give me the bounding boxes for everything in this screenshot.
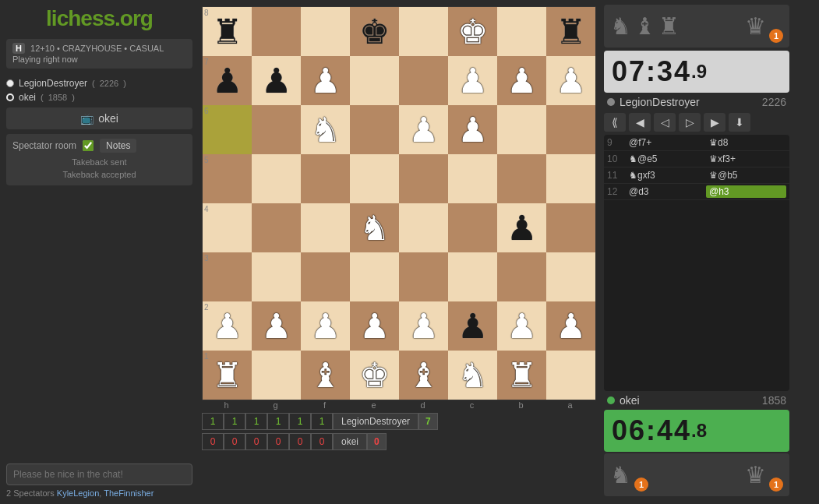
ctrl-first[interactable]: ⟪ — [604, 113, 626, 132]
board-cell[interactable] — [399, 252, 448, 301]
board-cell[interactable]: ♟ — [350, 301, 399, 351]
chess-piece[interactable]: ♞ — [457, 358, 488, 393]
chess-piece[interactable]: ♟ — [457, 309, 488, 344]
board-cell[interactable]: ♟ — [399, 105, 448, 154]
chess-piece[interactable]: ♟ — [310, 64, 341, 98]
chess-piece[interactable]: ♜ — [507, 358, 537, 393]
board-cell[interactable]: ♚ — [350, 351, 399, 400]
chess-piece[interactable]: ♞ — [359, 211, 390, 245]
notes-tab-button[interactable]: Notes — [100, 139, 136, 153]
board-cell[interactable] — [546, 154, 595, 203]
board-cell[interactable] — [252, 203, 301, 252]
chess-piece[interactable]: ♚ — [457, 15, 488, 49]
board-cell[interactable] — [399, 203, 448, 252]
move-12-white[interactable]: @d3 — [626, 185, 706, 198]
chess-piece[interactable]: ♟ — [507, 309, 537, 344]
chess-piece[interactable]: ♟ — [261, 309, 291, 344]
chess-piece[interactable]: ♞ — [310, 113, 341, 147]
chess-piece[interactable]: ♟ — [457, 64, 488, 98]
board-cell[interactable]: 2♟ — [203, 301, 252, 351]
board-cell[interactable] — [497, 154, 546, 203]
board-cell[interactable]: 4 — [203, 203, 252, 252]
chess-piece[interactable]: ♟ — [261, 64, 291, 98]
chess-piece[interactable]: ♜ — [212, 358, 242, 393]
board-cell[interactable]: ♞ — [350, 203, 399, 252]
player-name-top[interactable]: LegionDestroyer — [620, 96, 700, 108]
move-12-black[interactable]: @h3 — [706, 185, 786, 198]
tv-button[interactable]: 📺 okei — [6, 107, 192, 129]
board-cell[interactable]: ♟ — [497, 56, 546, 105]
board-cell[interactable]: ♟ — [301, 56, 350, 105]
chess-piece[interactable]: ♟ — [212, 64, 242, 98]
move-11-black[interactable]: ♛@b5 — [706, 169, 786, 182]
board-cell[interactable]: ♟ — [252, 56, 301, 105]
chess-piece[interactable]: ♟ — [212, 309, 242, 344]
ctrl-prev-fast[interactable]: ◀ — [629, 113, 651, 132]
board-cell[interactable]: ♟ — [448, 105, 497, 154]
board-cell[interactable] — [399, 56, 448, 105]
chess-piece[interactable]: ♚ — [359, 358, 390, 393]
chat-input[interactable] — [6, 463, 192, 485]
board-cell[interactable] — [546, 252, 595, 301]
board-cell[interactable] — [252, 105, 301, 154]
move-row-10[interactable]: 10 ♞@e5 ♛xf3+ — [604, 151, 789, 167]
board-cell[interactable]: ♟ — [546, 301, 595, 351]
board-cell[interactable] — [350, 56, 399, 105]
board-cell[interactable]: ♞ — [301, 105, 350, 154]
board-cell[interactable]: 8♜ — [203, 7, 252, 56]
board-cell[interactable] — [350, 252, 399, 301]
board-cell[interactable]: ♝ — [399, 351, 448, 400]
board-cell[interactable] — [546, 105, 595, 154]
ctrl-prev[interactable]: ◁ — [654, 113, 676, 132]
board-cell[interactable]: ♟ — [546, 56, 595, 105]
board-cell[interactable]: ♟ — [301, 301, 350, 351]
board-cell[interactable] — [497, 7, 546, 56]
board-cell[interactable]: ♟ — [399, 301, 448, 351]
board-cell[interactable] — [546, 351, 595, 400]
board-cell[interactable]: 1♜ — [203, 351, 252, 400]
board-cell[interactable] — [252, 252, 301, 301]
chess-piece[interactable]: ♝ — [408, 358, 439, 393]
chess-piece[interactable]: ♟ — [408, 113, 439, 147]
move-9-white[interactable]: @f7+ — [626, 136, 706, 149]
move-list[interactable]: 9 @f7+ ♛d8 10 ♞@e5 ♛xf3+ 11 ♞gxf3 ♛@b5 1… — [604, 135, 789, 391]
board-cell[interactable]: ♚ — [448, 7, 497, 56]
board-cell[interactable] — [252, 154, 301, 203]
chess-board[interactable]: 8♜♚♚♜7♟♟♟♟♟♟6♞♟♟54♞♟32♟♟♟♟♟♟♟♟1♜♝♚♝♞♜ — [202, 6, 596, 400]
board-cell[interactable] — [301, 203, 350, 252]
board-cell[interactable] — [252, 7, 301, 56]
board-cell[interactable] — [399, 154, 448, 203]
spectator-link-1[interactable]: KyleLegion — [57, 488, 99, 498]
board-cell[interactable]: ♟ — [448, 56, 497, 105]
move-9-black[interactable]: ♛d8 — [706, 136, 786, 149]
board-cell[interactable] — [448, 154, 497, 203]
board-cell[interactable]: ♟ — [497, 203, 546, 252]
ctrl-last[interactable]: ▶ — [704, 113, 725, 132]
chess-piece[interactable]: ♝ — [310, 358, 341, 393]
player-name-bottom[interactable]: okei — [620, 394, 640, 407]
board-cell[interactable]: 3 — [203, 252, 252, 301]
board-cell[interactable]: ♜ — [546, 7, 595, 56]
chess-piece[interactable]: ♟ — [507, 64, 537, 98]
board-cell[interactable] — [546, 203, 595, 252]
board-cell[interactable] — [301, 7, 350, 56]
player-name-2[interactable]: okei — [19, 92, 36, 103]
move-row-11[interactable]: 11 ♞gxf3 ♛@b5 — [604, 167, 789, 184]
board-cell[interactable] — [252, 351, 301, 400]
move-10-white[interactable]: ♞@e5 — [626, 153, 706, 165]
board-cell[interactable]: 5 — [203, 154, 252, 203]
board-cell[interactable]: 6 — [203, 105, 252, 154]
board-cell[interactable] — [350, 105, 399, 154]
board-cell[interactable]: ♝ — [301, 351, 350, 400]
move-row-9[interactable]: 9 @f7+ ♛d8 — [604, 135, 789, 151]
board-cell[interactable]: ♟ — [448, 301, 497, 351]
chess-piece[interactable]: ♟ — [507, 211, 537, 245]
chess-piece[interactable]: ♟ — [310, 309, 341, 344]
board-cell[interactable] — [448, 203, 497, 252]
chess-piece[interactable]: ♟ — [556, 64, 586, 98]
move-row-12[interactable]: 12 @d3 @h3 — [604, 184, 789, 200]
board-cell[interactable]: ♟ — [497, 301, 546, 351]
board-cell[interactable] — [399, 7, 448, 56]
move-10-black[interactable]: ♛xf3+ — [706, 153, 786, 165]
board-cell[interactable] — [301, 252, 350, 301]
